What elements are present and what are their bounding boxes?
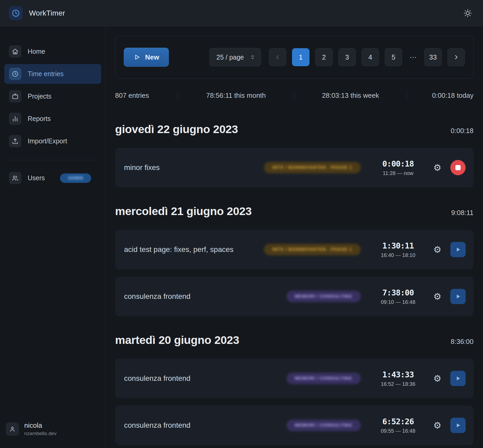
- sidebar-divider: [5, 160, 100, 160]
- stats-row: 807 entries78:56:11 this month28:03:13 t…: [115, 91, 474, 100]
- entry-duration: 1:43:33: [372, 370, 425, 379]
- sidebar-item-label: Import/Export: [28, 137, 67, 145]
- day-group-entries: minor fixes INTX / BONNEFANTEN - PHASE 1…: [115, 148, 474, 187]
- time-entry-row[interactable]: consulenza frontend MEMORI / CONSULTING …: [115, 359, 474, 398]
- pagination-ellipsis: ⋯: [408, 53, 418, 62]
- start-timer-button[interactable]: [450, 289, 466, 304]
- sidebar-item-label: Users: [28, 174, 45, 182]
- entry-name: minor fixes: [124, 163, 256, 172]
- stat-3: 0:00:18 today: [407, 91, 474, 100]
- stop-timer-button[interactable]: [450, 160, 466, 175]
- entry-settings-button[interactable]: ⚙: [432, 420, 442, 431]
- home-icon: [12, 48, 19, 55]
- user-domain: nzambello.dev: [24, 431, 57, 436]
- entry-time-block: 6:52:26 09:55 — 16:48: [372, 417, 425, 434]
- sidebar-item-label: Reports: [28, 115, 51, 123]
- chevron-up-down-icon: [250, 54, 255, 60]
- page-size-value: 25 / page: [216, 53, 244, 61]
- new-entry-button[interactable]: New: [124, 48, 169, 67]
- nav-icon-box: [9, 90, 21, 103]
- pagination-page-4[interactable]: 4: [362, 48, 379, 66]
- entry-time-range: 09:55 — 16:48: [372, 428, 425, 434]
- start-timer-button[interactable]: [450, 371, 466, 386]
- toolbar-right: 25 / page 12345⋯33: [209, 48, 465, 66]
- avatar: [6, 422, 19, 436]
- theme-toggle-button[interactable]: [461, 7, 474, 20]
- day-group-total: 0:00:18: [451, 127, 474, 135]
- admin-badge: ADMIN: [60, 173, 91, 183]
- nav-icon-box: [9, 113, 21, 125]
- project-pill: MEMORI / CONSULTING: [287, 420, 361, 431]
- clock-icon: [12, 70, 19, 77]
- pagination-page-2[interactable]: 2: [315, 48, 333, 66]
- entry-settings-button[interactable]: ⚙: [432, 373, 442, 384]
- day-group-entries: acid test page: fixes, perf, spaces INTX…: [115, 230, 474, 316]
- day-group-header: mercoledì 21 giugno 2023 9:08:11: [115, 205, 474, 218]
- time-entry-row[interactable]: minor fixes INTX / BONNEFANTEN - PHASE 1…: [115, 148, 474, 187]
- project-pill: MEMORI / CONSULTING: [287, 291, 361, 302]
- briefcase-icon: [12, 93, 19, 100]
- play-icon: [455, 375, 461, 382]
- page-size-select[interactable]: 25 / page: [209, 48, 261, 66]
- entry-time-range: 16:52 — 18:36: [372, 381, 425, 387]
- pagination-page-3[interactable]: 3: [338, 48, 356, 66]
- day-group: giovedì 22 giugno 2023 0:00:18 minor fix…: [115, 123, 474, 187]
- entry-name: consulenza frontend: [124, 374, 279, 383]
- entry-time-range: 16:40 — 18:10: [372, 252, 425, 258]
- pagination-prev-button[interactable]: [269, 48, 286, 66]
- sidebar-item-label: Home: [28, 48, 45, 55]
- start-timer-button[interactable]: [450, 242, 466, 257]
- sidebar-item-time-entries[interactable]: Time entries: [4, 64, 101, 84]
- play-icon: [455, 246, 461, 253]
- day-group-header: giovedì 22 giugno 2023 0:00:18: [115, 123, 474, 136]
- admin-badge-label: ADMIN: [68, 176, 83, 180]
- pagination-page-1[interactable]: 1: [292, 48, 309, 66]
- pagination-next-button[interactable]: [447, 48, 465, 66]
- time-entry-row[interactable]: acid test page: fixes, perf, spaces INTX…: [115, 230, 474, 269]
- day-group-date: martedì 20 giugno 2023: [115, 334, 239, 347]
- sidebar: Home Time entries Projects Reports Impor…: [0, 26, 106, 448]
- nav-icon-box: [9, 68, 21, 80]
- day-group-date: mercoledì 21 giugno 2023: [115, 205, 252, 218]
- entry-duration: 0:00:18: [372, 159, 425, 168]
- sidebar-item-label: Time entries: [28, 70, 64, 78]
- pagination: 12345⋯33: [269, 48, 465, 66]
- day-group-total: 9:08:11: [451, 209, 474, 217]
- new-entry-label: New: [145, 53, 159, 61]
- time-entry-row[interactable]: consulenza frontend MEMORI / CONSULTING …: [115, 277, 474, 316]
- day-group-total: 8:36:00: [451, 338, 474, 346]
- current-user[interactable]: nicola nzambello.dev: [4, 421, 101, 436]
- entry-groups: giovedì 22 giugno 2023 0:00:18 minor fix…: [115, 123, 474, 445]
- pagination-page-33[interactable]: 33: [424, 48, 442, 66]
- entry-settings-button[interactable]: ⚙: [432, 291, 442, 302]
- entry-time-block: 0:00:18 11:28 — now: [372, 159, 425, 176]
- day-group-date: giovedì 22 giugno 2023: [115, 123, 238, 136]
- time-entry-row[interactable]: consulenza frontend MEMORI / CONSULTING …: [115, 406, 474, 445]
- entry-time-block: 1:30:11 16:40 — 18:10: [372, 241, 425, 258]
- nav-icon-box: [9, 45, 21, 58]
- sidebar-item-reports[interactable]: Reports: [4, 109, 101, 129]
- app-title: WorkTimer: [29, 9, 65, 17]
- toolbar: New 25 / page 12345⋯33: [115, 36, 474, 79]
- entry-name: consulenza frontend: [124, 421, 279, 430]
- sidebar-item-import-export[interactable]: Import/Export: [4, 131, 101, 151]
- sun-icon: [463, 9, 472, 18]
- bar-chart-icon: [12, 115, 19, 122]
- stat-0: 807 entries: [115, 91, 178, 100]
- entry-settings-button[interactable]: ⚙: [432, 162, 442, 173]
- users-icon: [12, 174, 19, 182]
- entry-time-range: 11:28 — now: [372, 170, 425, 176]
- start-timer-button[interactable]: [450, 418, 466, 433]
- project-pill: INTX / BONNEFANTEN - PHASE 1: [264, 244, 361, 255]
- sidebar-item-projects[interactable]: Projects: [4, 86, 101, 106]
- entry-name: consulenza frontend: [124, 292, 279, 301]
- day-group: martedì 20 giugno 2023 8:36:00 consulenz…: [115, 334, 474, 445]
- sidebar-item-home[interactable]: Home: [4, 42, 101, 61]
- stat-1: 78:56:11 this month: [178, 91, 294, 100]
- upload-icon: [12, 138, 19, 145]
- entry-settings-button[interactable]: ⚙: [432, 244, 442, 255]
- sidebar-item-users[interactable]: Users ADMIN: [4, 168, 101, 188]
- pagination-page-5[interactable]: 5: [385, 48, 402, 66]
- day-group-header: martedì 20 giugno 2023 8:36:00: [115, 334, 474, 347]
- entry-duration: 7:38:00: [372, 288, 425, 297]
